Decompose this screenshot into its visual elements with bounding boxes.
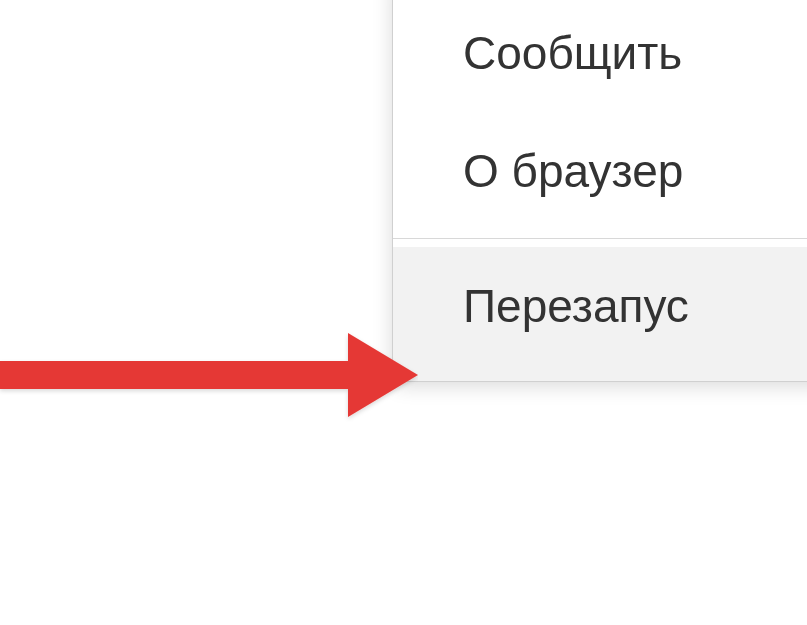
pointer-arrow [0, 325, 418, 425]
arrow-head [348, 333, 418, 417]
menu-item-label: Перезапус [463, 280, 689, 332]
menu-separator [393, 238, 807, 239]
context-menu: Сообщить О браузер Перезапус [392, 0, 807, 382]
arrow-shaft [0, 361, 360, 389]
menu-item-label: Сообщить [463, 27, 682, 79]
menu-item-report[interactable]: Сообщить [393, 0, 807, 112]
menu-item-restart[interactable]: Перезапус [393, 247, 807, 381]
menu-item-about[interactable]: О браузер [393, 112, 807, 230]
menu-item-label: О браузер [463, 145, 683, 197]
